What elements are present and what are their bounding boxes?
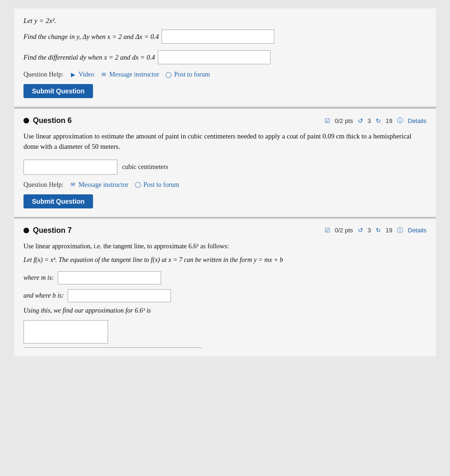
q6-header: Question 6 ☑ 0/2 pts ↺ 3 ↻ 19 ⓘ Details bbox=[23, 116, 427, 125]
q6-meta: ☑ 0/2 pts ↺ 3 ↻ 19 ⓘ Details bbox=[325, 116, 427, 125]
q7-refresh-count: 19 bbox=[386, 227, 392, 234]
q6-retry-count: 3 bbox=[368, 117, 371, 124]
q6-check-icon: ☑ bbox=[325, 117, 330, 124]
q7-body-line2: Let f(x) = x³. The equation of the tange… bbox=[23, 255, 427, 265]
q6-answer-input[interactable] bbox=[23, 160, 117, 175]
q7-title-group: Question 7 bbox=[23, 226, 72, 235]
q6-info-icon[interactable]: ⓘ bbox=[397, 116, 403, 125]
q6-pts: 0/2 pts bbox=[335, 117, 353, 124]
video-link[interactable]: ▶ Video bbox=[69, 71, 94, 78]
q7-approx-input[interactable] bbox=[23, 320, 108, 344]
top-question-help: Question Help: ▶ Video ✉ Message instruc… bbox=[23, 71, 427, 78]
q6-details[interactable]: Details bbox=[408, 117, 427, 124]
differential-label: Find the differential dy when x = 2 and … bbox=[23, 54, 155, 61]
q7-body-line1: Use linear approximation, i.e. the tange… bbox=[23, 241, 427, 251]
video-label: Video bbox=[78, 71, 94, 78]
q6-refresh-count: 19 bbox=[386, 117, 392, 124]
q7-m-input[interactable] bbox=[58, 271, 161, 284]
math-line1: Let y = 2x². bbox=[23, 17, 427, 25]
q6-post-to-forum-label: Post to forum bbox=[143, 181, 179, 189]
q7-b-row: and where b is: bbox=[23, 289, 427, 302]
q6-submit-button[interactable]: Submit Question bbox=[23, 194, 93, 208]
page: Let y = 2x². Find the change in y, Δy wh… bbox=[0, 0, 450, 476]
q7-details[interactable]: Details bbox=[408, 227, 427, 234]
q7-check-icon: ☑ bbox=[325, 227, 330, 234]
top-submit-button[interactable]: Submit Question bbox=[23, 84, 93, 98]
q6-message-instructor-link[interactable]: ✉ Message instructor bbox=[69, 181, 128, 189]
q7-title: Question 7 bbox=[33, 226, 72, 235]
q7-meta: ☑ 0/2 pts ↺ 3 ↻ 19 ⓘ Details bbox=[325, 226, 427, 235]
top-message-icon: ✉ bbox=[100, 71, 108, 78]
top-post-to-forum-link[interactable]: ◯ Post to forum bbox=[165, 71, 210, 78]
q7-retry-count: 3 bbox=[368, 227, 371, 234]
top-message-instructor-label: Message instructor bbox=[109, 71, 159, 78]
question6-block: Question 6 ☑ 0/2 pts ↺ 3 ↻ 19 ⓘ Details … bbox=[14, 108, 436, 217]
q7-divider bbox=[23, 347, 202, 348]
q7-b-label: and where b is: bbox=[23, 292, 64, 299]
top-help-label: Question Help: bbox=[23, 71, 63, 78]
q6-post-icon: ◯ bbox=[134, 181, 141, 189]
q6-answer-row: cubic centimeters bbox=[23, 160, 427, 175]
top-message-instructor-link[interactable]: ✉ Message instructor bbox=[100, 71, 159, 78]
q6-message-instructor-label: Message instructor bbox=[78, 181, 128, 189]
q6-bullet bbox=[23, 118, 29, 123]
q7-info-icon[interactable]: ⓘ bbox=[397, 226, 403, 235]
q6-title: Question 6 bbox=[33, 116, 72, 125]
video-icon: ▶ bbox=[69, 71, 77, 78]
q7-pts: 0/2 pts bbox=[335, 227, 353, 234]
q6-refresh-icon[interactable]: ↻ bbox=[376, 117, 381, 124]
differential-input[interactable] bbox=[158, 50, 271, 64]
q7-m-label: where m is: bbox=[23, 274, 54, 282]
q7-approx-answer-area bbox=[23, 320, 427, 348]
q6-question-help: Question Help: ✉ Message instructor ◯ Po… bbox=[23, 181, 427, 189]
question7-block: Question 7 ☑ 0/2 pts ↺ 3 ↻ 19 ⓘ Details … bbox=[14, 218, 436, 356]
q7-m-row: where m is: bbox=[23, 271, 427, 284]
top-post-to-forum-label: Post to forum bbox=[174, 71, 210, 78]
q6-post-to-forum-link[interactable]: ◯ Post to forum bbox=[134, 181, 179, 189]
q7-retry-icon[interactable]: ↺ bbox=[358, 227, 363, 234]
q6-message-icon: ✉ bbox=[69, 181, 77, 189]
differential-row: Find the differential dy when x = 2 and … bbox=[23, 50, 427, 64]
q7-approx-line: Using this, we find our approximation fo… bbox=[23, 307, 427, 315]
q6-help-label: Question Help: bbox=[23, 181, 63, 189]
q6-body: Use linear approximation to estimate the… bbox=[23, 131, 427, 152]
q7-b-input[interactable] bbox=[68, 289, 171, 302]
q6-retry-icon[interactable]: ↺ bbox=[358, 117, 363, 124]
dy-input[interactable] bbox=[162, 30, 274, 44]
dy-label: Find the change in y, Δy when x = 2 and … bbox=[23, 33, 159, 41]
top-post-icon: ◯ bbox=[165, 71, 172, 78]
q7-header: Question 7 ☑ 0/2 pts ↺ 3 ↻ 19 ⓘ Details bbox=[23, 226, 427, 235]
q6-title-group: Question 6 bbox=[23, 116, 72, 125]
q6-units: cubic centimeters bbox=[122, 163, 168, 171]
q7-bullet bbox=[23, 228, 29, 233]
dy-row: Find the change in y, Δy when x = 2 and … bbox=[23, 30, 427, 44]
q7-refresh-icon[interactable]: ↻ bbox=[376, 227, 381, 234]
top-section: Let y = 2x². Find the change in y, Δy wh… bbox=[14, 8, 436, 107]
